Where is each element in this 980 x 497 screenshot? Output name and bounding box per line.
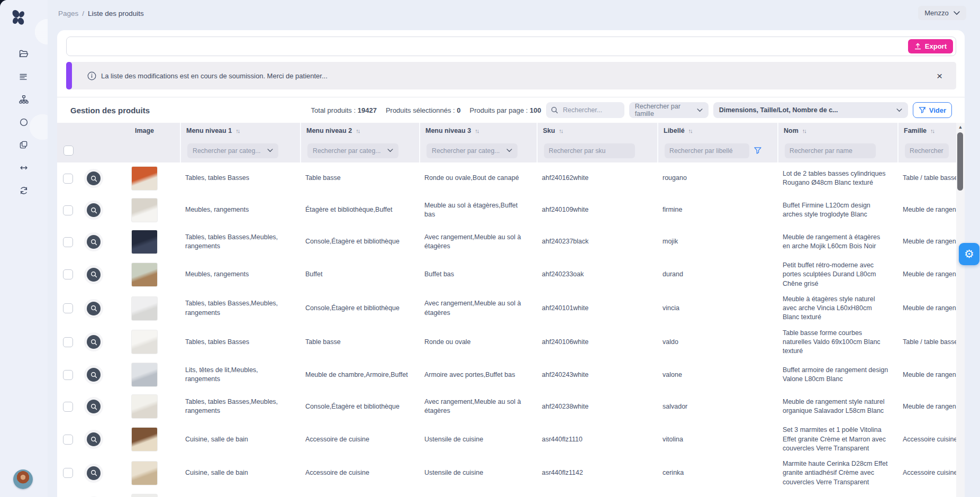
filter-input-famille[interactable] (905, 143, 949, 158)
sort-icon[interactable]: ↑↓ (559, 128, 562, 134)
cell-menu2: Accessoire de cuisine (300, 465, 419, 481)
row-checkbox[interactable] (63, 205, 73, 215)
cell-sku: ahf240109white (537, 202, 657, 218)
scroll-up-arrow[interactable]: ▲ (956, 124, 965, 130)
circle-icon[interactable] (16, 117, 32, 128)
product-thumbnail (131, 394, 158, 419)
settings-fab[interactable]: ⚙ (959, 243, 979, 265)
sort-icon[interactable]: ↑↓ (475, 128, 478, 134)
column-header-menu1[interactable]: Menu niveau 1↑↓ (180, 123, 300, 139)
cell-menu2: Console,Étagère et bibliothèque (300, 234, 419, 249)
copy-icon[interactable] (16, 140, 32, 150)
search-input[interactable] (562, 106, 622, 114)
cell-famille: Meuble de rangen (897, 202, 956, 218)
row-checkbox[interactable] (63, 435, 73, 445)
select-all-checkbox[interactable] (63, 146, 74, 156)
sort-icon[interactable]: ↑↓ (802, 128, 806, 134)
table-row: Meubles, rangementsÉtagère et bibliothèq… (57, 194, 956, 226)
list-icon[interactable] (16, 71, 32, 82)
row-checkbox[interactable] (63, 468, 73, 478)
table-row: Tables, tables Basses,Meubles, rangement… (57, 226, 956, 258)
cell-menu1: Tables, tables Basses,Meubles, rangement… (180, 296, 300, 321)
column-header-nom[interactable]: Nom↑↓ (777, 123, 897, 139)
filter-select-menu3[interactable]: Rechercher par categ... (427, 143, 518, 158)
arrows-horizontal-icon[interactable] (16, 162, 32, 173)
top-input[interactable] (72, 37, 785, 56)
row-zoom-button[interactable] (87, 400, 101, 413)
columns-filter-select[interactable]: Dimensions, Taille/Lot, Nombre de c... (713, 102, 908, 118)
cell-menu3: Buffet bas (419, 267, 537, 282)
column-header-image: Image (109, 123, 180, 139)
user-avatar[interactable] (13, 469, 33, 489)
row-checkbox[interactable] (63, 337, 73, 347)
filter-funnel-icon[interactable] (754, 147, 761, 154)
breadcrumb-section[interactable]: Pages (58, 10, 78, 17)
row-zoom-button[interactable] (87, 235, 101, 249)
product-thumbnail (131, 230, 158, 254)
cell-menu2: Table basse (300, 170, 419, 186)
column-header-sku[interactable]: Sku↑↓ (537, 123, 657, 139)
row-zoom-cell (78, 203, 109, 217)
row-checkbox[interactable] (63, 402, 73, 412)
menzzo-logo[interactable] (7, 6, 30, 29)
row-checkbox-cell (57, 269, 78, 279)
row-checkbox[interactable] (63, 237, 73, 247)
sort-icon[interactable]: ↑↓ (688, 128, 692, 134)
row-zoom-button[interactable] (87, 335, 101, 349)
sitemap-icon[interactable] (16, 94, 32, 105)
cell-sku: ahf240101white (537, 301, 657, 316)
row-zoom-button[interactable] (87, 368, 101, 382)
row-zoom-button[interactable] (87, 432, 101, 446)
cell-libelle: vitolina (657, 432, 777, 447)
column-header-menu2[interactable]: Menu niveau 2↑↓ (300, 123, 419, 139)
cell-menu1: Cuisine, salle de bain (180, 432, 300, 447)
cell-menu2: Accessoire de cuisine (300, 432, 419, 447)
refresh-icon[interactable] (16, 185, 32, 196)
table-body: Tables, tables BassesTable basseRonde ou… (57, 162, 956, 497)
row-checkbox[interactable] (63, 269, 73, 279)
stat-selected: Produits sélectionnés : 0 (386, 106, 461, 114)
product-thumbnail (131, 296, 158, 321)
close-icon[interactable]: × (937, 71, 942, 81)
cell-nom: Petit buffet rétro-moderne avec portes s… (777, 258, 897, 292)
column-header-famille[interactable]: Famille↑↓ (897, 123, 956, 139)
search-icon (551, 106, 558, 114)
filter-input-sku[interactable] (544, 143, 635, 158)
clear-filters-button[interactable]: Vider (913, 102, 952, 118)
folder-open-icon[interactable] (16, 49, 32, 59)
column-label: Menu niveau 2 (306, 127, 352, 134)
sort-icon[interactable]: ↑↓ (235, 128, 239, 134)
row-zoom-button[interactable] (87, 268, 101, 282)
filter-input-libelle[interactable] (665, 143, 749, 158)
sidebar (0, 0, 48, 497)
row-checkbox[interactable] (63, 303, 73, 313)
row-zoom-cell (78, 302, 109, 315)
cell-sku: ahf240106white (537, 335, 657, 350)
row-zoom-button[interactable] (87, 466, 101, 480)
workspace-selector[interactable]: Menzzo (918, 6, 966, 20)
row-zoom-button[interactable] (87, 302, 101, 315)
breadcrumb-separator: / (82, 10, 84, 17)
column-label: Menu niveau 3 (425, 127, 471, 134)
cell-famille: Accessoire cuisine, (897, 465, 956, 481)
column-label: Libellé (664, 127, 685, 134)
table-row: Tables, tables BassesTable basseRonde ou… (57, 162, 956, 194)
row-zoom-cell (78, 466, 109, 480)
product-thumbnail (131, 330, 158, 354)
sort-icon[interactable]: ↑↓ (356, 128, 359, 134)
filter-select-menu2[interactable]: Rechercher par categ... (307, 143, 398, 158)
filter-select-menu1[interactable]: Rechercher par categ... (187, 143, 278, 158)
row-zoom-button[interactable] (87, 203, 101, 217)
sort-icon[interactable]: ↑↓ (930, 128, 934, 134)
scrollbar-thumb[interactable] (957, 132, 963, 191)
export-button[interactable]: Export (908, 39, 953, 53)
row-zoom-button[interactable] (87, 171, 101, 185)
row-checkbox[interactable] (63, 370, 73, 380)
filter-input-nom[interactable] (785, 143, 876, 158)
column-header-libelle[interactable]: Libellé↑↓ (657, 123, 777, 139)
family-filter-select[interactable]: Rechercher par famille (629, 102, 709, 118)
header-spacer (78, 123, 109, 139)
column-header-menu3[interactable]: Menu niveau 3↑↓ (419, 123, 537, 139)
cell-sku: ahf240243white (537, 367, 657, 383)
row-checkbox[interactable] (63, 174, 73, 184)
